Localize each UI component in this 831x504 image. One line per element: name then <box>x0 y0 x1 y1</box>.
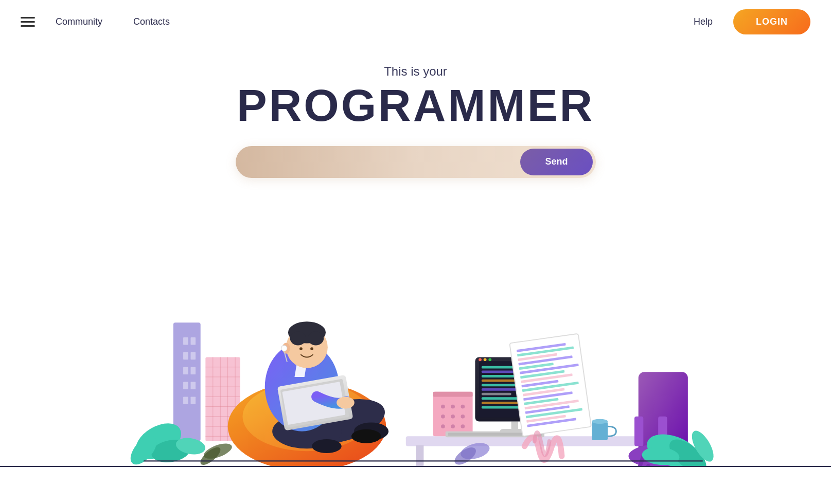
hero-title: PROGRAMMER <box>10 81 821 131</box>
svg-point-47 <box>310 347 313 350</box>
send-button[interactable]: Send <box>520 149 592 175</box>
svg-point-65 <box>461 424 465 428</box>
svg-point-42 <box>308 331 324 345</box>
svg-rect-78 <box>481 402 523 404</box>
hero-section: This is your PROGRAMMER Send <box>0 44 831 209</box>
svg-point-105 <box>592 419 608 424</box>
nav-contacts[interactable]: Contacts <box>133 16 170 27</box>
svg-rect-9 <box>183 397 188 404</box>
svg-point-51 <box>337 397 355 408</box>
svg-point-63 <box>441 424 445 428</box>
main-nav: Community Contacts <box>56 16 170 27</box>
header-right: Help LOGIN <box>694 9 810 34</box>
hero-subtitle: This is your <box>10 64 821 79</box>
svg-rect-114 <box>634 417 643 446</box>
hamburger-menu[interactable] <box>21 17 35 27</box>
svg-point-81 <box>483 358 486 361</box>
svg-point-60 <box>441 415 445 419</box>
svg-point-46 <box>299 347 303 350</box>
svg-rect-72 <box>481 375 516 377</box>
svg-point-80 <box>479 358 482 361</box>
svg-rect-7 <box>183 382 188 389</box>
svg-rect-67 <box>511 421 518 429</box>
svg-point-82 <box>488 358 491 361</box>
help-link[interactable]: Help <box>694 16 713 27</box>
search-bar-container: Send <box>236 146 596 178</box>
svg-point-36 <box>312 439 342 453</box>
svg-point-58 <box>451 405 455 409</box>
svg-rect-104 <box>592 421 608 440</box>
svg-rect-56 <box>433 392 472 397</box>
programmer-illustration <box>107 209 724 466</box>
svg-point-64 <box>451 424 455 428</box>
site-header: Community Contacts Help LOGIN <box>0 0 831 44</box>
svg-rect-6 <box>190 367 196 374</box>
illustration-container <box>107 209 724 466</box>
search-bar: Send <box>236 146 596 178</box>
svg-rect-53 <box>416 445 423 465</box>
svg-point-61 <box>451 415 455 419</box>
svg-point-57 <box>441 405 445 409</box>
svg-rect-55 <box>433 392 472 437</box>
svg-point-44 <box>281 345 287 351</box>
svg-point-35 <box>351 429 381 443</box>
bottom-divider <box>0 466 831 467</box>
svg-rect-76 <box>481 392 511 395</box>
svg-rect-4 <box>190 352 196 359</box>
svg-rect-10 <box>190 397 196 404</box>
svg-rect-1 <box>183 337 188 345</box>
svg-rect-8 <box>190 382 196 389</box>
svg-rect-3 <box>183 352 188 359</box>
svg-point-41 <box>290 331 306 345</box>
svg-point-62 <box>461 415 465 419</box>
nav-community[interactable]: Community <box>56 16 102 27</box>
svg-point-59 <box>461 405 465 409</box>
svg-rect-2 <box>190 337 196 345</box>
login-button[interactable]: LOGIN <box>733 9 810 34</box>
svg-rect-85 <box>509 334 591 437</box>
svg-rect-5 <box>183 367 188 374</box>
